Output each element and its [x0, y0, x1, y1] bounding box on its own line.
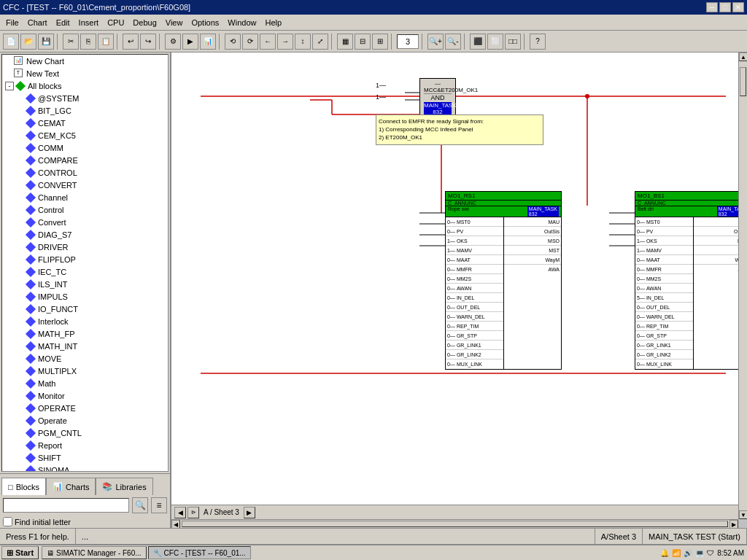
tree-item-impuls[interactable]: IMPULS	[2, 290, 168, 303]
tb-btn6[interactable]: ⤢	[312, 34, 328, 50]
tree-item-convert[interactable]: CONVERT	[2, 179, 168, 191]
tb-btn8[interactable]: □□	[505, 34, 521, 50]
cut-button[interactable]: ✂	[63, 34, 79, 50]
tb-btn2[interactable]: ⟳	[242, 34, 258, 50]
tree-item-ils-int[interactable]: ILS_INT	[2, 278, 168, 290]
zoom-in-button[interactable]: 🔍+	[427, 34, 444, 50]
scroll-thumb-h[interactable]	[182, 521, 728, 527]
close-button[interactable]: ✕	[732, 2, 744, 12]
expand-icon[interactable]: -	[5, 82, 14, 90]
tree-item-iec-tc[interactable]: IEC_TC	[2, 265, 168, 278]
tb-btn4[interactable]: →	[277, 34, 293, 50]
new-button[interactable]: 📄	[3, 34, 19, 50]
run-button[interactable]: ▶	[182, 34, 198, 50]
tree-item-control2[interactable]: Control	[2, 203, 168, 216]
tree-item-io-funct[interactable]: IO_FUNCT	[2, 303, 168, 315]
menu-window[interactable]: Window	[223, 17, 260, 28]
menu-edit[interactable]: Edit	[52, 17, 74, 28]
split-v-button[interactable]: ⊞	[372, 34, 388, 50]
tab-charts[interactable]: 📊 Charts	[46, 478, 96, 495]
tree-item-interlock[interactable]: Interlock	[2, 315, 168, 327]
horizontal-scrollbar[interactable]: ◀ ▶	[171, 519, 738, 528]
tree-item-sinoma[interactable]: SINOMA	[2, 464, 168, 471]
copy-button[interactable]: ⎘	[80, 34, 96, 50]
tree-item-channel[interactable]: Channel	[2, 191, 168, 203]
block2[interactable]: MO1_BS1 C_ANNUNC Belt dri MAIN_TASK832 0…	[635, 191, 738, 370]
tab-libraries[interactable]: 📚 Libraries	[96, 478, 152, 495]
nav-prev-button[interactable]: ◀	[174, 507, 186, 518]
tree-item-pgm-cntl[interactable]: PGM_CNTL	[2, 427, 168, 439]
grid-button[interactable]: ▦	[337, 34, 353, 50]
tree-item-operate2[interactable]: Operate	[2, 414, 168, 427]
maximize-button[interactable]: □	[719, 2, 731, 12]
tree-item-math-int[interactable]: MATH_INT	[2, 340, 168, 352]
tree-item-diag-s7[interactable]: DIAG_S7	[2, 228, 168, 241]
tree-item-monitor[interactable]: Monitor	[2, 389, 168, 402]
menu-chart[interactable]: Chart	[23, 17, 52, 28]
save-button[interactable]: 💾	[38, 34, 54, 50]
tree-item-all-blocks[interactable]: - All blocks	[2, 79, 168, 92]
tree-item-flipflop[interactable]: FLIPFLOP	[2, 253, 168, 265]
layout-button[interactable]: ⬛	[470, 34, 486, 50]
scroll-thumb-v[interactable]	[740, 67, 746, 96]
taskbar-item-cfc[interactable]: 🔧 CFC - [TEST -- F60_01...	[148, 546, 251, 559]
zoom-input[interactable]: 3	[397, 34, 419, 49]
menu-insert[interactable]: Insert	[74, 17, 104, 28]
tree-item-bit-lgc[interactable]: BIT_LGC	[2, 104, 168, 117]
tree-item-comm[interactable]: COMM	[2, 141, 168, 154]
open-button[interactable]: 📂	[20, 34, 36, 50]
taskbar-item-simatic[interactable]: 🖥 SIMATIC Manager - F60...	[42, 546, 147, 559]
tree-item-move[interactable]: MOVE	[2, 352, 168, 365]
tree-item-control[interactable]: CONTROL	[2, 166, 168, 179]
tab-blocks[interactable]: □ Blocks	[1, 478, 46, 495]
tree-item-report[interactable]: Report	[2, 439, 168, 451]
filter-button[interactable]: ≡	[151, 497, 167, 513]
find-checkbox[interactable]	[3, 517, 12, 526]
help-button[interactable]: ?	[530, 34, 546, 50]
undo-button[interactable]: ↩	[123, 34, 139, 50]
search-button[interactable]: 🔍	[132, 497, 148, 513]
tree-item-convert2[interactable]: Convert	[2, 216, 168, 228]
menu-cpu[interactable]: CPU	[103, 17, 128, 28]
scroll-down-button[interactable]: ▼	[739, 510, 747, 519]
chart-button[interactable]: 📊	[200, 34, 216, 50]
tree-item-new-chart[interactable]: 📊 New Chart	[2, 55, 168, 67]
tree-item-shift[interactable]: SHIFT	[2, 451, 168, 464]
nav-next-button[interactable]: ▶	[244, 507, 255, 518]
minimize-button[interactable]: ─	[706, 2, 718, 12]
tb-btn5[interactable]: ↕	[295, 34, 311, 50]
cfc-icon: 🔧	[153, 549, 162, 557]
menu-view[interactable]: View	[161, 17, 187, 28]
split-h-button[interactable]: ⊟	[355, 34, 371, 50]
menu-debug[interactable]: Debug	[128, 17, 160, 28]
block1[interactable]: MO1_RS1 C_ANNUNC Rope swi MAIN_TASK832 0…	[445, 191, 562, 370]
tb-btn1[interactable]: ⟲	[225, 34, 241, 50]
scroll-left-button[interactable]: ◀	[171, 520, 180, 528]
tree-item-driver[interactable]: DRIVER	[2, 241, 168, 253]
scroll-up-button[interactable]: ▲	[739, 52, 747, 61]
menu-options[interactable]: Options	[187, 17, 223, 28]
scroll-right-button[interactable]: ▶	[729, 520, 738, 528]
search-input[interactable]	[3, 498, 129, 513]
paste-button[interactable]: 📋	[98, 34, 114, 50]
tree-item-new-text[interactable]: T New Text	[2, 67, 168, 79]
tb-btn7[interactable]: ⬜	[487, 34, 503, 50]
start-button[interactable]: ⊞ Start	[1, 546, 39, 559]
vertical-scrollbar[interactable]: ▲ ▼	[738, 52, 747, 519]
tree-item-cemat[interactable]: CEMAT	[2, 117, 168, 129]
tree-item-operate[interactable]: OPERATE	[2, 402, 168, 414]
tree-item-system[interactable]: @SYSTEM	[2, 92, 168, 104]
tree-item-math-fp[interactable]: MATH_FP	[2, 327, 168, 340]
menu-help[interactable]: Help	[260, 17, 286, 28]
tree-item-multiplx[interactable]: MULTIPLX	[2, 365, 168, 377]
zoom-out-button[interactable]: 🔍-	[445, 34, 461, 50]
redo-button[interactable]: ↪	[140, 34, 156, 50]
tree-item-compare[interactable]: COMPARE	[2, 154, 168, 166]
tree-item-cem-kc5[interactable]: CEM_KC5	[2, 129, 168, 141]
tb-btn3[interactable]: ←	[260, 34, 276, 50]
tree-scroll[interactable]: 📊 New Chart T New Text -	[2, 55, 168, 471]
compile-button[interactable]: ⚙	[165, 34, 181, 50]
canvas-inner[interactable]: 1— 1— —MCC&ET200M_OK1 AND MAIN_TASK832 C…	[171, 52, 738, 519]
menu-file[interactable]: File	[1, 17, 23, 28]
tree-item-math[interactable]: Math	[2, 377, 168, 389]
